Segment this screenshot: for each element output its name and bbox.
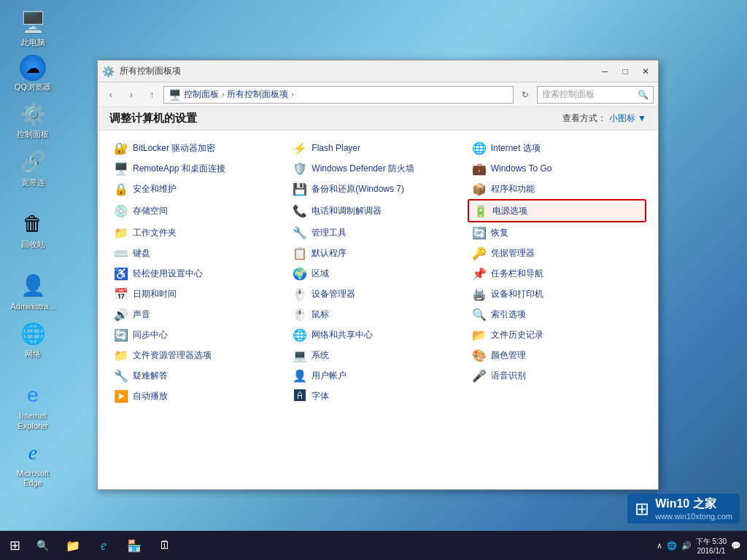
- ctrl-item-sync[interactable]: 🔄 同步中心: [109, 324, 288, 345]
- maximize-button[interactable]: □: [616, 63, 635, 79]
- ctrl-item-keyboard[interactable]: ⌨️ 键盘: [109, 243, 288, 263]
- taskbar-clock[interactable]: 下午 5:30 2016/1/1: [696, 537, 727, 555]
- ctrl-item-backup[interactable]: 💾 备份和还原(Windows 7): [288, 179, 467, 199]
- ctrl-item-manage-tools[interactable]: 🔧 管理工具: [288, 222, 467, 243]
- ctrl-item-taskbar-nav[interactable]: 📌 任务栏和导航: [468, 263, 646, 284]
- ctrl-item-index[interactable]: 🔍 索引选项: [468, 304, 646, 324]
- ctrl-item-storage[interactable]: 💿 存储空间: [109, 199, 288, 222]
- desktop-icon-administrator[interactable]: 👤 Administra...: [7, 271, 58, 311]
- ctrl-item-font[interactable]: 🅰 字体: [288, 386, 467, 406]
- taskbar-store[interactable]: 🏪: [120, 531, 149, 560]
- search-icon: 🔍: [638, 90, 649, 100]
- desktop-icon-ie[interactable]: e Internet Explorer: [7, 381, 58, 430]
- ctrl-item-defender[interactable]: 🛡️ Windows Defender 防火墙: [288, 158, 467, 179]
- taskbar: ⊞ 🔍 📁 e 🏪 🗓 ∧ 🌐 🔊 下午 5:30 2016/1/1 💬: [0, 531, 747, 560]
- minimize-button[interactable]: ─: [595, 63, 614, 79]
- datetime-label: 日期和时间: [133, 288, 177, 300]
- sound-label: 声音: [133, 308, 150, 321]
- ctrl-item-bitlocker[interactable]: 🔐 BitLocker 驱动器加密: [109, 138, 288, 158]
- sync-label: 同步中心: [133, 329, 168, 341]
- ctrl-item-windows-to-go[interactable]: 💼 Windows To Go: [468, 158, 646, 179]
- sync-icon: 🔄: [114, 327, 128, 342]
- ctrl-item-file-explorer[interactable]: 📁 文件资源管理器选项: [109, 345, 288, 365]
- edge-label: Microsoft Edge: [7, 469, 58, 488]
- ctrl-item-credential[interactable]: 🔑 凭据管理器: [468, 243, 646, 263]
- default-programs-label: 默认程序: [311, 247, 347, 260]
- windows-to-go-label: Windows To Go: [491, 163, 552, 174]
- ctrl-item-system[interactable]: 💻 系统: [288, 345, 467, 365]
- ctrl-item-speech[interactable]: 🎤 语音识别: [468, 365, 646, 386]
- ctrl-item-phone[interactable]: 📞 电话和调制解调器: [288, 199, 467, 222]
- credential-label: 凭据管理器: [491, 247, 535, 260]
- tray-network-icon[interactable]: 🌐: [667, 541, 677, 551]
- ctrl-item-sound[interactable]: 🔊 声音: [109, 304, 288, 324]
- close-button[interactable]: ✕: [636, 63, 655, 79]
- ctrl-item-mouse[interactable]: 🖱️ 鼠标: [288, 304, 467, 324]
- power-label: 电源选项: [492, 205, 527, 217]
- window-title-icon: ⚙️: [101, 64, 115, 79]
- ctrl-item-restore[interactable]: 🔄 恢复: [468, 222, 646, 243]
- address-bar: ‹ › ↑ 🖥️ 控制面板 › 所有控制面板项 › ↻ 搜索控制面板 🔍: [98, 82, 658, 107]
- view-label: 查看方式：: [562, 112, 606, 125]
- notification-icon[interactable]: 💬: [731, 541, 741, 551]
- path-part-1[interactable]: 控制面板: [184, 88, 219, 101]
- device-mgr-icon: 🖱️: [293, 287, 307, 301]
- ctrl-item-ease[interactable]: ♿ 轻松使用设置中心: [109, 263, 288, 284]
- ctrl-item-remoteapp[interactable]: 🖥️ RemoteApp 和桌面连接: [109, 158, 288, 179]
- path-part-2[interactable]: 所有控制面板项: [227, 88, 288, 101]
- index-label: 索引选项: [491, 308, 526, 321]
- desktop-icon-control-panel[interactable]: ⚙️ 控制面板: [7, 99, 58, 139]
- taskbar-file-explorer[interactable]: 📁: [58, 531, 88, 560]
- ctrl-item-programs[interactable]: 📦 程序和功能: [468, 179, 646, 199]
- back-button[interactable]: ‹: [102, 86, 120, 104]
- desktop-icon-network[interactable]: 🌐 网络: [7, 319, 58, 359]
- tray-sound-icon[interactable]: 🔊: [681, 541, 692, 551]
- restore-icon: 🔄: [472, 225, 487, 240]
- taskbar-search-button[interactable]: 🔍: [29, 532, 55, 559]
- page-title: 调整计算机的设置: [109, 112, 562, 125]
- search-box[interactable]: 搜索控制面板 🔍: [537, 86, 654, 104]
- ctrl-item-internet-options[interactable]: 🌐 Internet 选项: [468, 138, 646, 158]
- taskbar-calendar[interactable]: 🗓: [150, 531, 179, 560]
- ctrl-item-troubleshoot[interactable]: 🔧 疑难解答: [109, 365, 288, 386]
- ctrl-item-user-accounts[interactable]: 👤 用户帐户: [288, 365, 467, 386]
- recycle-bin-icon: 🗑: [18, 209, 47, 238]
- view-current[interactable]: 小图标 ▼: [609, 112, 646, 125]
- desktop-icon-qq-browser[interactable]: ☁ QQ浏览器: [7, 55, 58, 92]
- ctrl-item-autoplay[interactable]: ▶️ 自动播放: [109, 386, 288, 406]
- desktop-icon-this-pc[interactable]: 🖥️ 此电脑: [7, 7, 58, 47]
- ctrl-item-file-history[interactable]: 📂 文件历史记录: [468, 324, 646, 345]
- flash-icon: ⚡: [293, 141, 307, 155]
- up-button[interactable]: ↑: [143, 86, 160, 104]
- ctrl-item-datetime[interactable]: 📅 日期和时间: [109, 284, 288, 304]
- ctrl-item-color-mgmt[interactable]: 🎨 颜色管理: [468, 345, 646, 365]
- ctrl-item-work-folders[interactable]: 📁 工作文件夹: [109, 222, 288, 243]
- content-area: 🔐 BitLocker 驱动器加密 ⚡ Flash Player 🌐 Inter…: [98, 131, 658, 489]
- forward-button[interactable]: ›: [123, 86, 140, 104]
- ctrl-item-flash[interactable]: ⚡ Flash Player: [288, 138, 467, 158]
- speech-icon: 🎤: [472, 368, 487, 383]
- ctrl-item-network-share[interactable]: 🌐 网络和共享中心: [288, 324, 467, 345]
- network-label: 网络: [25, 349, 41, 359]
- ctrl-item-devices-printers[interactable]: 🖨️ 设备和打印机: [468, 284, 646, 304]
- storage-label: 存储空间: [133, 205, 168, 217]
- taskbar-edge[interactable]: e: [89, 531, 118, 560]
- ctrl-item-device-mgr[interactable]: 🖱️ 设备管理器: [288, 284, 467, 304]
- ctrl-item-default-programs[interactable]: 📋 默认程序: [288, 243, 467, 263]
- desktop-icon-recycle-bin[interactable]: 🗑 回收站: [7, 209, 58, 249]
- mouse-icon: 🖱️: [293, 307, 307, 322]
- ctrl-item-power[interactable]: 🔋 电源选项: [468, 199, 646, 222]
- user-accounts-label: 用户帐户: [311, 370, 347, 382]
- address-path[interactable]: 🖥️ 控制面板 › 所有控制面板项 ›: [163, 86, 514, 104]
- backup-label: 备份和还原(Windows 7): [311, 183, 404, 195]
- desktop-icon-broadband[interactable]: 🔗 宽带连: [7, 147, 58, 187]
- tray-arrow[interactable]: ∧: [657, 541, 662, 551]
- watermark-logo: ⊞: [635, 499, 649, 519]
- refresh-button[interactable]: ↻: [516, 86, 534, 104]
- ctrl-item-region[interactable]: 🌍 区域: [288, 263, 467, 284]
- path-icon: 🖥️: [169, 89, 181, 101]
- start-button[interactable]: ⊞: [0, 531, 29, 560]
- mouse-label: 鼠标: [311, 308, 329, 321]
- desktop-icon-edge[interactable]: e Microsoft Edge: [7, 438, 58, 488]
- ctrl-item-security[interactable]: 🔒 安全和维护: [109, 179, 288, 199]
